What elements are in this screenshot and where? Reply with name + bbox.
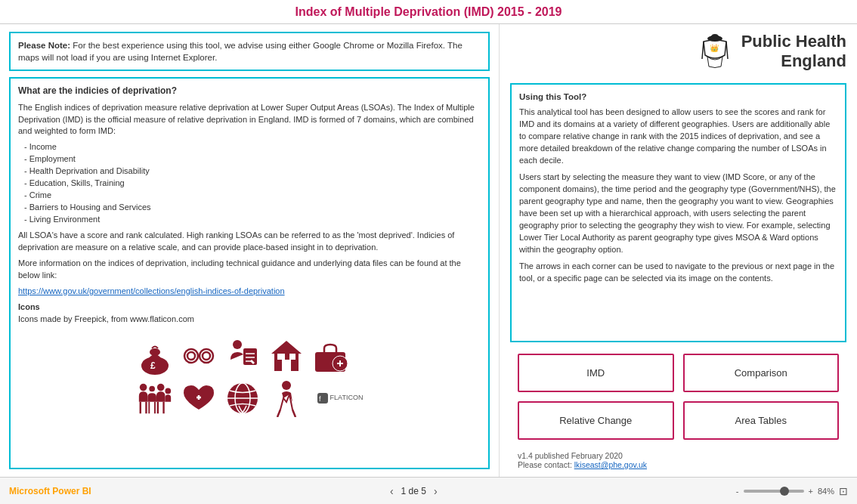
domain-item: Health Deprivation and Disability <box>24 165 481 178</box>
house-icon <box>268 337 305 375</box>
flaticon-text: FLATICON <box>330 393 364 403</box>
family-icon <box>136 379 174 417</box>
svg-rect-16 <box>289 354 295 360</box>
zoom-slider[interactable] <box>744 490 804 493</box>
svg-point-3 <box>184 349 198 363</box>
svg-point-5 <box>200 349 213 363</box>
contact-info: Please contact: lkiseast@phe.gov.uk <box>518 460 839 469</box>
svg-point-30 <box>282 381 291 390</box>
zoom-level: 84% <box>818 487 834 496</box>
nav-buttons: IMD Comparison Relative Change Area Tabl… <box>510 350 846 444</box>
svg-rect-9 <box>243 348 257 365</box>
info-link-container: https://www.gov.uk/government/collection… <box>18 286 481 298</box>
svg-point-24 <box>165 388 171 394</box>
note-bold: Please Note: <box>18 41 70 50</box>
page-title: Index of Multiple Deprivation (IMD) 2015… <box>295 5 562 19</box>
zoom-controls: - + 84% ⊡ <box>736 485 848 497</box>
tool-info-box: Using this Tool? This analytical tool ha… <box>510 83 846 342</box>
info-para3: More information on the indices of depri… <box>18 258 481 282</box>
person-document-icon <box>224 337 261 375</box>
tool-para1: This analytical tool has been designed t… <box>519 107 837 167</box>
handcuffs-icon <box>180 337 218 375</box>
icons-container: £ <box>136 337 364 417</box>
domain-list: Income Employment Health Deprivation and… <box>24 141 481 226</box>
tool-para2: Users start by selecting the measure the… <box>519 172 837 256</box>
page-indicator: 1 de 5 <box>401 486 426 496</box>
info-link[interactable]: https://www.gov.uk/government/collection… <box>18 286 285 295</box>
svg-point-21 <box>139 383 147 391</box>
app-name-container: Microsoft Power BI <box>9 486 91 496</box>
phe-name: Public HealthEngland <box>741 32 846 72</box>
icons-bold: Icons <box>18 302 40 311</box>
svg-point-38 <box>712 34 718 37</box>
svg-point-8 <box>233 340 242 349</box>
icons-label: Icons Icons made by Freepick, from www.f… <box>18 301 481 326</box>
person-walking-icon <box>268 379 305 417</box>
money-bag-icon: £ <box>136 337 174 375</box>
fit-page-icon[interactable]: ⊡ <box>839 485 848 497</box>
phe-header: 👑 Public HealthEngland <box>510 32 846 76</box>
left-panel: Please Note: For the best experience usi… <box>0 24 499 477</box>
domain-item: Crime <box>24 190 481 202</box>
contact-prefix: Please contact: <box>518 460 574 469</box>
next-page-arrow[interactable]: › <box>434 485 438 497</box>
relative-change-button[interactable]: Relative Change <box>518 401 674 440</box>
right-panel: 👑 Public HealthEngland Using this Tool? … <box>499 24 857 477</box>
page-navigation: ‹ 1 de 5 › <box>390 485 438 497</box>
area-tables-button[interactable]: Area Tables <box>683 401 840 440</box>
svg-text:👑: 👑 <box>710 43 719 53</box>
prev-page-arrow[interactable]: ‹ <box>390 485 394 497</box>
svg-line-32 <box>292 410 295 417</box>
bottom-bar: Microsoft Power BI ‹ 1 de 5 › - + 84% ⊡ <box>0 477 857 504</box>
svg-rect-14 <box>282 360 291 371</box>
zoom-plus[interactable]: + <box>809 487 813 496</box>
globe-icon <box>224 379 261 417</box>
main-content: Please Note: For the best experience usi… <box>0 24 857 477</box>
svg-point-6 <box>203 352 210 360</box>
flaticon-badge: f FLATICON <box>317 393 364 404</box>
domain-item: Income <box>24 141 481 153</box>
icon-row-1: £ <box>136 337 364 375</box>
imd-button[interactable]: IMD <box>518 354 674 392</box>
svg-line-40 <box>702 42 704 59</box>
svg-line-31 <box>277 410 280 417</box>
domain-item: Education, Skills, Training <box>24 178 481 190</box>
contact-email-link[interactable]: lkiseast@phe.gov.uk <box>574 460 647 469</box>
heart-icon <box>180 379 218 417</box>
info-para1: The English indices of deprivation measu… <box>18 102 481 138</box>
domain-item: Living Environment <box>24 214 481 226</box>
tool-para3: The arrows in each corner can be used to… <box>519 261 837 285</box>
icons-area: £ <box>18 329 481 421</box>
svg-point-22 <box>149 385 155 391</box>
domain-item: Employment <box>24 153 481 165</box>
icon-row-2: f FLATICON <box>136 379 364 417</box>
zoom-minus[interactable]: - <box>736 487 739 496</box>
phe-crest-icon: 👑 <box>696 32 734 70</box>
comparison-button[interactable]: Comparison <box>683 354 840 392</box>
version-text: v1.4 published February 2020 <box>518 451 839 460</box>
tool-title: Using this Tool? <box>519 91 837 104</box>
svg-rect-15 <box>277 354 285 360</box>
title-bar: Index of Multiple Deprivation (IMD) 2015… <box>0 0 857 24</box>
note-text: For the best experience using this tool,… <box>18 41 463 62</box>
app-name-link[interactable]: Microsoft Power BI <box>9 486 91 496</box>
info-box: What are the indicies of deprivation? Th… <box>9 77 490 469</box>
info-para2: All LSOA's have a score and rank calcula… <box>18 230 481 254</box>
info-title: What are the indicies of deprivation? <box>18 85 481 97</box>
svg-text:£: £ <box>150 360 156 371</box>
svg-line-41 <box>726 42 728 59</box>
briefcase-icon <box>311 337 349 375</box>
svg-point-1 <box>150 348 160 356</box>
domain-item: Barriers to Housing and Services <box>24 202 481 214</box>
icons-credit: Icons made by Freepick, from www.flatico… <box>18 314 194 323</box>
note-box: Please Note: For the best experience usi… <box>9 32 490 71</box>
zoom-slider-thumb <box>780 487 789 496</box>
version-info: v1.4 published February 2020 Please cont… <box>510 451 846 469</box>
svg-point-23 <box>156 383 164 391</box>
svg-point-4 <box>187 352 195 360</box>
